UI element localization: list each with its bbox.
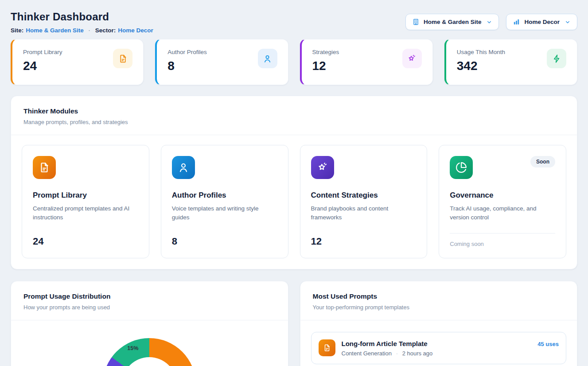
soon-badge: Soon bbox=[530, 156, 555, 167]
page-title: Thinker Dashboard bbox=[11, 11, 153, 23]
lightning-icon bbox=[547, 49, 566, 68]
card-subtitle: Your top-performing prompt templates bbox=[313, 304, 565, 311]
prompt-list: Long-form Article Template Content Gener… bbox=[300, 320, 577, 366]
bottom-row: Prompt Usage Distribution How your promp… bbox=[11, 281, 577, 366]
module-description: Brand playbooks and content frameworks bbox=[311, 204, 417, 222]
prompt-title: Long-form Article Template bbox=[342, 340, 433, 347]
prompt-usage-card: Prompt Usage Distribution How your promp… bbox=[11, 281, 288, 366]
sector-selector-label: Home Decor bbox=[524, 19, 560, 25]
modules-header: Thinker Modules Manage prompts, profiles… bbox=[11, 96, 577, 135]
topbar-heading: Thinker Dashboard Site: Home & Garden Si… bbox=[11, 11, 153, 34]
document-icon bbox=[319, 339, 335, 356]
donut-segment-label: 15% bbox=[127, 345, 138, 351]
document-icon bbox=[33, 156, 56, 179]
module-top bbox=[172, 156, 277, 179]
user-icon bbox=[258, 49, 277, 68]
usage-chart-area: 15% bbox=[11, 320, 288, 366]
prompt-time: 2 hours ago bbox=[402, 350, 433, 357]
module-count: 8 bbox=[172, 236, 277, 247]
section-subtitle: Manage prompts, profiles, and strategies bbox=[23, 119, 565, 125]
pie-chart-icon bbox=[450, 156, 473, 179]
module-title: Content Strategies bbox=[311, 191, 417, 200]
module-top: Soon bbox=[450, 156, 555, 179]
module-top bbox=[33, 156, 138, 179]
card-title: Most Used Prompts bbox=[313, 292, 565, 300]
module-description: Track AI usage, compliance, and version … bbox=[450, 204, 555, 222]
breadcrumb: Site: Home & Garden Site · Sector: Home … bbox=[11, 27, 153, 34]
dashboard-page: Thinker Dashboard Site: Home & Garden Si… bbox=[0, 0, 588, 366]
coming-soon-text: Coming soon bbox=[450, 233, 555, 247]
site-link[interactable]: Home & Garden Site bbox=[26, 27, 84, 34]
most-used-card: Most Used Prompts Your top-performing pr… bbox=[300, 281, 578, 366]
topbar-actions: Home & Garden Site Home Decor bbox=[405, 14, 577, 30]
topbar: Thinker Dashboard Site: Home & Garden Si… bbox=[11, 11, 577, 34]
user-icon bbox=[172, 156, 195, 179]
module-card-governance: Soon Governance Track AI usage, complian… bbox=[439, 145, 566, 258]
separator-dot: · bbox=[89, 27, 90, 34]
module-card-content-strategies[interactable]: Content Strategies Brand playbooks and c… bbox=[300, 145, 428, 258]
card-title: Prompt Usage Distribution bbox=[23, 292, 276, 300]
thinker-modules-section: Thinker Modules Manage prompts, profiles… bbox=[11, 96, 577, 269]
module-description: Voice templates and writing style guides bbox=[172, 204, 277, 222]
prompt-info: Long-form Article Template Content Gener… bbox=[342, 339, 433, 357]
chevron-down-icon bbox=[565, 19, 571, 25]
sector-link[interactable]: Home Decor bbox=[118, 27, 153, 34]
card-subtitle: How your prompts are being used bbox=[23, 304, 276, 311]
document-icon bbox=[113, 49, 132, 68]
module-card-prompt-library[interactable]: Prompt Library Centralized prompt templa… bbox=[22, 145, 149, 258]
stat-card-usage: Usage This Month 342 bbox=[444, 39, 577, 85]
prompt-list-item[interactable]: Long-form Article Template Content Gener… bbox=[311, 332, 567, 364]
stat-card-author-profiles: Author Profiles 8 bbox=[155, 39, 288, 85]
modules-grid: Prompt Library Centralized prompt templa… bbox=[11, 135, 577, 269]
building-icon bbox=[412, 18, 420, 26]
sector-label: Sector: bbox=[95, 27, 116, 34]
stat-card-strategies: Strategies 12 bbox=[300, 39, 433, 85]
sparkle-star-icon bbox=[402, 49, 422, 68]
most-used-header: Most Used Prompts Your top-performing pr… bbox=[300, 281, 577, 320]
stat-card-prompt-library: Prompt Library 24 bbox=[11, 39, 144, 85]
module-title: Prompt Library bbox=[33, 191, 138, 200]
prompt-meta: Content Generation · 2 hours ago bbox=[342, 350, 433, 357]
module-card-author-profiles[interactable]: Author Profiles Voice templates and writ… bbox=[161, 145, 288, 258]
site-selector-dropdown[interactable]: Home & Garden Site bbox=[405, 14, 499, 30]
usage-donut-chart: 15% bbox=[103, 338, 196, 366]
chevron-down-icon bbox=[486, 19, 492, 25]
stats-row: Prompt Library 24 Author Profiles 8 Stra… bbox=[11, 39, 577, 85]
prompt-uses-count: 45 uses bbox=[537, 341, 559, 347]
section-title: Thinker Modules bbox=[23, 107, 565, 115]
module-title: Governance bbox=[450, 191, 555, 200]
separator-dot: · bbox=[396, 351, 398, 356]
site-label: Site: bbox=[11, 27, 23, 34]
usage-card-header: Prompt Usage Distribution How your promp… bbox=[11, 281, 288, 320]
module-count: 12 bbox=[311, 236, 417, 247]
bar-chart-icon bbox=[513, 18, 520, 26]
site-selector-label: Home & Garden Site bbox=[424, 19, 482, 25]
module-count: 24 bbox=[33, 236, 138, 247]
sector-selector-dropdown[interactable]: Home Decor bbox=[506, 14, 577, 30]
module-title: Author Profiles bbox=[172, 191, 277, 200]
module-description: Centralized prompt templates and AI inst… bbox=[33, 204, 138, 222]
prompt-category: Content Generation bbox=[342, 350, 392, 357]
module-top bbox=[311, 156, 417, 179]
sparkle-star-icon bbox=[311, 156, 334, 179]
